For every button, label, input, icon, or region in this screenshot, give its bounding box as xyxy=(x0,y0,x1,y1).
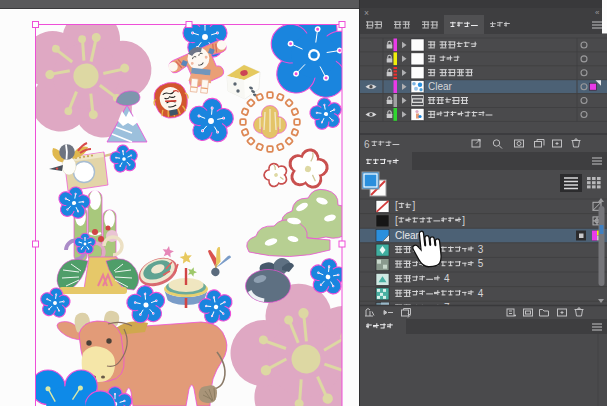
svg-text:4: 4 xyxy=(478,288,484,299)
svg-text:]: ] xyxy=(412,200,415,211)
svg-text:[: [ xyxy=(395,215,398,226)
svg-text:6: 6 xyxy=(364,139,370,150)
svg-text:[: [ xyxy=(395,200,398,211)
svg-text:Clear: Clear xyxy=(395,230,420,241)
svg-text:]: ] xyxy=(462,215,465,226)
svg-text:5: 5 xyxy=(478,258,484,269)
svg-text:4: 4 xyxy=(444,273,450,284)
svg-text:Clear: Clear xyxy=(428,81,453,92)
svg-text:3: 3 xyxy=(478,244,484,255)
svg-text:«: « xyxy=(595,8,600,17)
svg-text:×: × xyxy=(364,8,369,18)
